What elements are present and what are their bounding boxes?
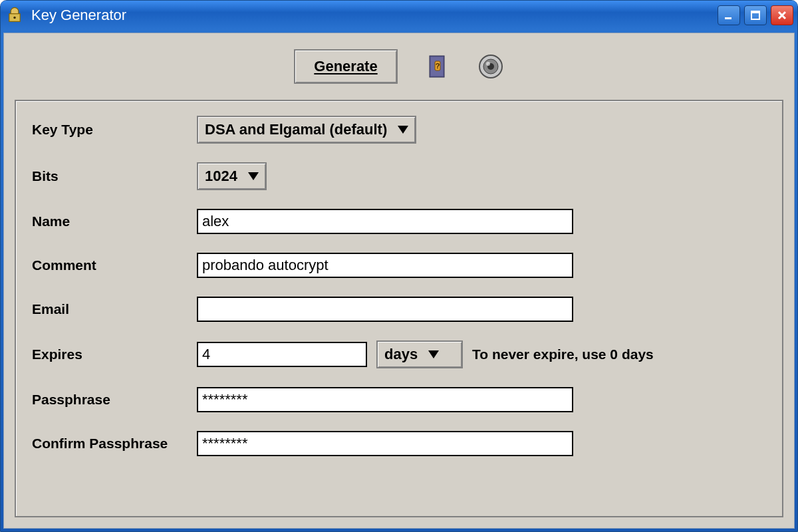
key-type-label: Key Type (32, 122, 197, 138)
svg-rect-4 (751, 11, 759, 13)
client-area: Generate ? Key (3, 33, 795, 529)
expires-unit-select[interactable]: days (376, 340, 463, 368)
key-type-value: DSA and Elgamal (default) (205, 121, 387, 138)
maximize-button[interactable] (744, 5, 767, 25)
generate-button[interactable]: Generate (294, 49, 397, 84)
disc-icon[interactable] (477, 53, 504, 80)
comment-label: Comment (32, 257, 197, 273)
expires-hint: To never expire, use 0 days (472, 346, 654, 362)
svg-rect-2 (725, 17, 732, 19)
passphrase-input[interactable] (197, 387, 573, 412)
name-input[interactable] (197, 209, 573, 234)
form-panel: Key Type DSA and Elgamal (default) Bits … (15, 100, 783, 517)
expires-input[interactable] (197, 342, 367, 367)
toolbar: Generate ? (15, 44, 783, 89)
svg-point-1 (13, 17, 16, 19)
key-type-select[interactable]: DSA and Elgamal (default) (197, 116, 416, 144)
chevron-down-icon (248, 172, 259, 180)
row-name: Name (32, 209, 766, 234)
row-passphrase: Passphrase (32, 387, 766, 412)
expires-unit-value: days (384, 346, 418, 363)
name-label: Name (32, 213, 197, 229)
email-label: Email (32, 301, 197, 317)
help-book-icon[interactable]: ? (424, 53, 451, 80)
window-title: Key Generator (31, 7, 718, 24)
row-key-type: Key Type DSA and Elgamal (default) (32, 116, 766, 144)
confirm-passphrase-input[interactable] (197, 431, 573, 456)
chevron-down-icon (398, 126, 408, 134)
svg-point-12 (486, 62, 490, 66)
close-button[interactable] (771, 5, 793, 25)
bits-select[interactable]: 1024 (197, 162, 267, 190)
generate-button-label: Generate (314, 58, 377, 74)
bits-value: 1024 (205, 168, 237, 185)
expires-label: Expires (32, 346, 197, 362)
comment-input[interactable] (197, 253, 573, 278)
email-input[interactable] (197, 297, 573, 322)
minimize-button[interactable] (718, 5, 740, 25)
bits-label: Bits (32, 168, 197, 184)
window: Key Generator Generate ? (0, 0, 798, 532)
chevron-down-icon (428, 350, 439, 358)
svg-text:?: ? (435, 62, 440, 70)
row-bits: Bits 1024 (32, 162, 766, 190)
confirm-passphrase-label: Confirm Passphrase (32, 436, 197, 452)
row-expires: Expires days To never expire, use 0 days (32, 340, 766, 368)
row-confirm-passphrase: Confirm Passphrase (32, 431, 766, 456)
window-buttons (718, 5, 793, 25)
passphrase-label: Passphrase (32, 392, 197, 408)
row-email: Email (32, 297, 766, 322)
row-comment: Comment (32, 253, 766, 278)
padlock-icon (5, 5, 25, 25)
titlebar[interactable]: Key Generator (1, 1, 797, 30)
